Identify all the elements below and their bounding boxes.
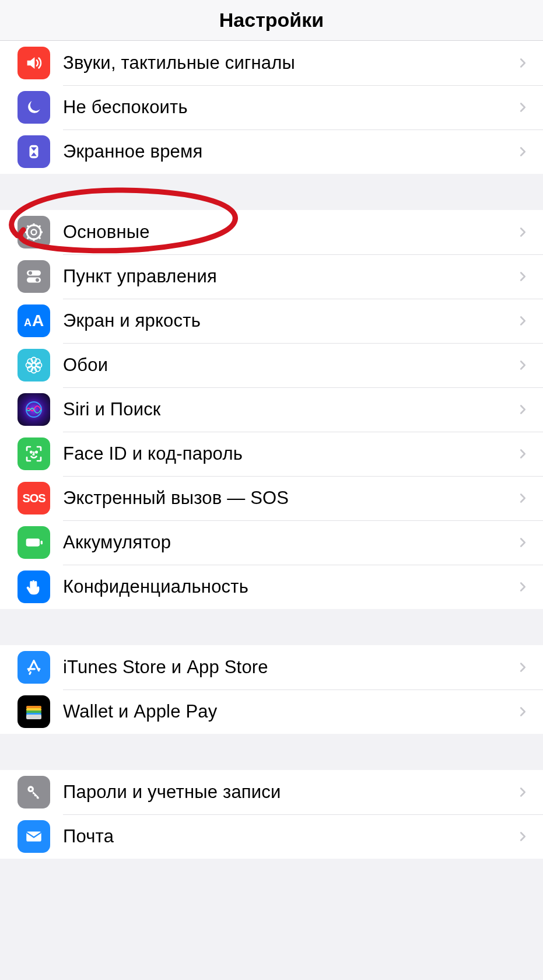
svg-point-14 (36, 278, 39, 282)
speaker-icon (17, 47, 50, 79)
chevron-right-icon (516, 536, 529, 549)
settings-row-general[interactable]: Основные (0, 210, 543, 254)
chevron-right-icon (516, 57, 529, 69)
settings-row-label: Звуки, тактильные сигналы (63, 52, 516, 74)
settings-row-label: Аккумулятор (63, 532, 516, 553)
svg-point-2 (31, 230, 37, 235)
mail-icon (17, 820, 50, 853)
key-icon (17, 776, 50, 808)
chevron-right-icon (516, 492, 529, 505)
chevron-right-icon (516, 314, 529, 327)
battery-icon (17, 526, 50, 559)
settings-row-passwords[interactable]: Пароли и учетные записи (0, 770, 543, 814)
chevron-right-icon (516, 705, 529, 718)
appstore-icon (17, 651, 50, 684)
chevron-right-icon (516, 661, 529, 674)
settings-group-0: Звуки, тактильные сигналы Не беспокоить … (0, 41, 543, 174)
settings-row-label: Wallet и Apple Pay (63, 701, 516, 722)
gear-icon (17, 216, 50, 249)
settings-row-label: Не беспокоить (63, 97, 516, 118)
settings-row-label: iTunes Store и App Store (63, 657, 516, 678)
settings-row-label: Пункт управления (63, 266, 516, 287)
svg-line-8 (38, 237, 40, 239)
hand-icon (17, 570, 50, 603)
settings-row-appstore[interactable]: iTunes Store и App Store (0, 645, 543, 690)
settings-row-label: Siri и Поиск (63, 399, 516, 420)
settings-row-battery[interactable]: Аккумулятор (0, 520, 543, 565)
settings-row-privacy[interactable]: Конфиденциальность (0, 565, 543, 609)
svg-rect-0 (30, 145, 38, 159)
settings-row-label: Экран и яркость (63, 310, 516, 331)
svg-rect-33 (26, 715, 41, 719)
moon-icon (17, 91, 50, 124)
svg-point-15 (32, 363, 36, 368)
settings-row-display-brightness[interactable]: AA Экран и яркость (0, 299, 543, 343)
settings-row-screentime[interactable]: Экранное время (0, 130, 543, 174)
page-title: Настройки (219, 9, 324, 32)
chevron-right-icon (516, 580, 529, 593)
settings-row-label: Face ID и код-пароль (63, 443, 516, 464)
settings-row-sounds[interactable]: Звуки, тактильные сигналы (0, 41, 543, 85)
settings-row-label: Пароли и учетные записи (63, 782, 516, 803)
settings-row-label: Обои (63, 355, 516, 376)
settings-group-1: Основные Пункт управления AA Экран и ярк… (0, 210, 543, 609)
settings-row-control-center[interactable]: Пункт управления (0, 254, 543, 299)
chevron-right-icon (516, 830, 529, 843)
svg-rect-27 (26, 538, 40, 546)
wallet-icon (17, 695, 50, 728)
svg-line-10 (38, 226, 40, 228)
siri-icon (17, 393, 50, 426)
settings-row-wallet[interactable]: Wallet и Apple Pay (0, 690, 543, 734)
chevron-right-icon (516, 270, 529, 283)
settings-row-label: Конфиденциальность (63, 576, 516, 597)
chevron-right-icon (516, 101, 529, 114)
settings-row-mail[interactable]: Почта (0, 814, 543, 859)
header: Настройки (0, 0, 543, 41)
settings-group-3: Пароли и учетные записи Почта (0, 770, 543, 859)
svg-rect-36 (26, 832, 41, 842)
chevron-right-icon (516, 359, 529, 372)
flower-icon (17, 349, 50, 382)
svg-point-25 (30, 452, 31, 453)
chevron-right-icon (516, 145, 529, 158)
svg-line-9 (27, 237, 29, 239)
settings-row-dnd[interactable]: Не беспокоить (0, 85, 543, 130)
settings-row-label: Почта (63, 826, 516, 847)
settings-row-label: Экранное время (63, 141, 516, 162)
settings-row-siri[interactable]: Siri и Поиск (0, 387, 543, 432)
chevron-right-icon (516, 786, 529, 799)
faceid-icon (17, 438, 50, 470)
toggles-icon (17, 260, 50, 293)
settings-row-sos[interactable]: SOS Экстренный вызов — SOS (0, 476, 543, 520)
hourglass-icon (17, 135, 50, 168)
chevron-right-icon (516, 226, 529, 239)
svg-point-35 (30, 788, 32, 790)
settings-row-faceid[interactable]: Face ID и код-пароль (0, 432, 543, 476)
aa-icon: AA (17, 304, 50, 337)
svg-rect-28 (41, 541, 43, 545)
chevron-right-icon (516, 403, 529, 416)
sos-icon: SOS (17, 482, 50, 514)
svg-point-26 (36, 452, 37, 453)
settings-row-label: Экстренный вызов — SOS (63, 488, 516, 509)
svg-line-7 (27, 226, 29, 228)
chevron-right-icon (516, 447, 529, 460)
settings-group-2: iTunes Store и App Store Wallet и Apple … (0, 645, 543, 734)
settings-row-label: Основные (63, 222, 516, 243)
svg-point-12 (29, 271, 32, 275)
settings-row-wallpaper[interactable]: Обои (0, 343, 543, 387)
